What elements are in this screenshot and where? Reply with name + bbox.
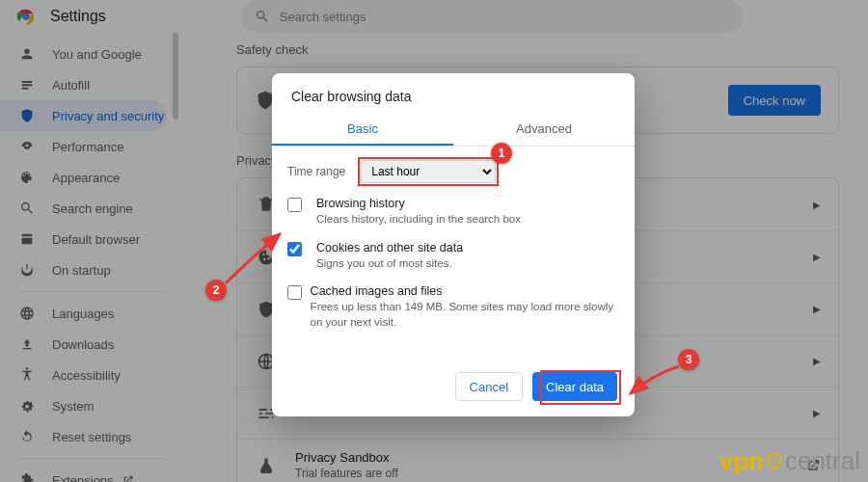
checkbox-cached[interactable] [287,285,302,300]
annotation-badge-1: 1 [491,143,512,164]
svg-point-2 [773,460,776,463]
checkbox-cookies[interactable] [287,242,302,256]
annotation-arrow-3 [625,364,683,403]
watermark-shield-icon [764,451,785,472]
clear-data-button[interactable]: Clear data [532,372,617,401]
option-cookies[interactable]: Cookies and other site dataSigns you out… [272,237,635,281]
option-browsing-history[interactable]: Browsing historyClears history, includin… [272,193,635,237]
watermark: vpncentral [719,446,860,476]
cancel-button[interactable]: Cancel [455,372,523,401]
tab-basic[interactable]: Basic [272,114,453,146]
clear-browsing-data-dialog: Clear browsing data Basic Advanced Time … [272,73,635,416]
annotation-arrow-2 [222,229,289,287]
time-range-select[interactable]: Last hour [361,160,496,183]
option-cached[interactable]: Cached images and filesFrees up less tha… [272,281,635,339]
tab-advanced[interactable]: Advanced [453,114,635,146]
dialog-title: Clear browsing data [272,73,635,114]
checkbox-browsing-history[interactable] [287,198,302,212]
time-range-label: Time range [287,165,345,178]
